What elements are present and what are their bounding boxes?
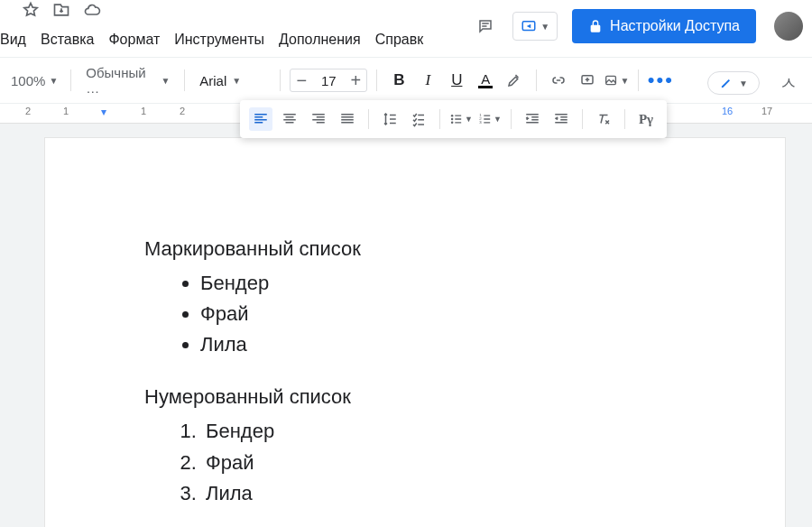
text-color-button[interactable]: A [473,68,498,93]
clear-formatting-button[interactable] [592,107,615,131]
star-icon[interactable] [22,1,40,23]
expand-button[interactable]: ㅅ [776,70,801,96]
separator [70,69,71,91]
zoom-select[interactable]: 100% ▼ [7,71,61,90]
list-item: Фрай [202,448,785,478]
paragraph-style-select[interactable]: Обычный … ▼ [80,63,175,97]
chevron-down-icon: ▼ [465,115,473,124]
menu-view[interactable]: Вид [0,32,26,48]
move-icon[interactable] [52,1,70,23]
align-right-button[interactable] [307,107,330,131]
separator [368,109,369,129]
avatar[interactable] [774,12,803,41]
numbered-list-button[interactable]: 123 ▼ [478,107,502,131]
bold-button[interactable]: B [386,68,411,93]
cloud-icon[interactable] [83,1,101,23]
numbered-list: Бендер Фрай Лила [202,416,785,508]
font-size-value[interactable]: 17 [312,73,345,88]
share-label: Настройки Доступа [610,18,740,34]
chevron-down-icon: ▼ [739,79,748,88]
font-size-stepper: − 17 + [290,69,367,92]
font-size-plus[interactable]: + [345,69,366,91]
svg-text:3: 3 [479,120,482,125]
paragraph-toolbar: ▼ 123 ▼ Pγ [240,100,667,138]
align-center-button[interactable] [278,107,301,131]
top-right-controls: ▼ Настройки Доступа [473,9,803,43]
paragraph-styles-button[interactable]: Pγ [634,107,658,131]
font-size-minus[interactable]: − [291,69,312,91]
list-item: Бендер [202,416,785,447]
more-tools-button[interactable]: ••• [648,68,673,93]
list-item: Фрай [200,299,785,329]
svg-point-5 [451,122,454,125]
list-item: Лила [202,478,785,509]
underline-button[interactable]: U [444,68,469,93]
separator [511,109,512,129]
present-button[interactable]: ▼ [512,12,558,41]
separator [184,69,185,91]
chevron-down-icon: ▼ [494,115,502,124]
page-area: Маркированный список Бендер Фрай Лила Ну… [0,124,812,527]
separator [638,69,639,91]
main-toolbar: 100% ▼ Обычный … ▼ Arial ▼ − 17 + B I U … [0,57,812,104]
separator [439,109,440,129]
increase-indent-button[interactable] [549,107,573,131]
insert-link-button[interactable] [546,68,571,93]
chevron-down-icon: ▼ [620,76,629,86]
decrease-indent-button[interactable] [521,107,544,131]
editing-mode-button[interactable]: ▼ [707,71,760,95]
heading-2: Нумерованный список [144,382,785,412]
separator [624,109,625,129]
menu-addons[interactable]: Дополнения [279,32,361,48]
checklist-button[interactable] [407,107,430,131]
align-justify-button[interactable] [336,107,359,131]
list-item: Бендер [200,268,785,299]
right-toolbar: ▼ ㅅ [707,70,801,96]
svg-rect-2 [606,76,616,84]
separator [376,69,377,91]
comment-history-icon[interactable] [473,14,498,39]
chevron-down-icon: ▼ [540,22,549,32]
svg-point-3 [451,115,454,117]
menu-format[interactable]: Формат [108,32,160,48]
heading-1: Маркированный список [144,234,785,264]
chevron-down-icon: ▼ [161,76,170,86]
document-page[interactable]: Маркированный список Бендер Фрай Лила Ну… [45,138,785,527]
insert-comment-button[interactable] [575,68,600,93]
font-select[interactable]: Arial ▼ [194,71,271,90]
separator [582,109,583,129]
bulleted-list-button[interactable]: ▼ [449,107,473,131]
bulleted-list: Бендер Фрай Лила [200,268,785,360]
align-left-button[interactable] [249,107,272,131]
insert-image-button[interactable]: ▼ [604,68,629,93]
chevron-down-icon: ▼ [49,76,58,86]
chevron-down-icon: ▼ [232,76,241,86]
share-button[interactable]: Настройки Доступа [572,9,756,43]
menu-tools[interactable]: Инструменты [174,32,264,48]
separator [280,69,281,91]
italic-button[interactable]: I [415,68,440,93]
separator [536,69,537,91]
list-item: Лила [200,329,785,360]
indent-marker[interactable]: ▾ [101,106,106,118]
menu-insert[interactable]: Вставка [41,32,94,48]
svg-point-4 [451,118,454,121]
line-spacing-button[interactable] [378,107,401,131]
highlight-button[interactable] [502,68,527,93]
menu-help[interactable]: Справк [375,32,424,48]
